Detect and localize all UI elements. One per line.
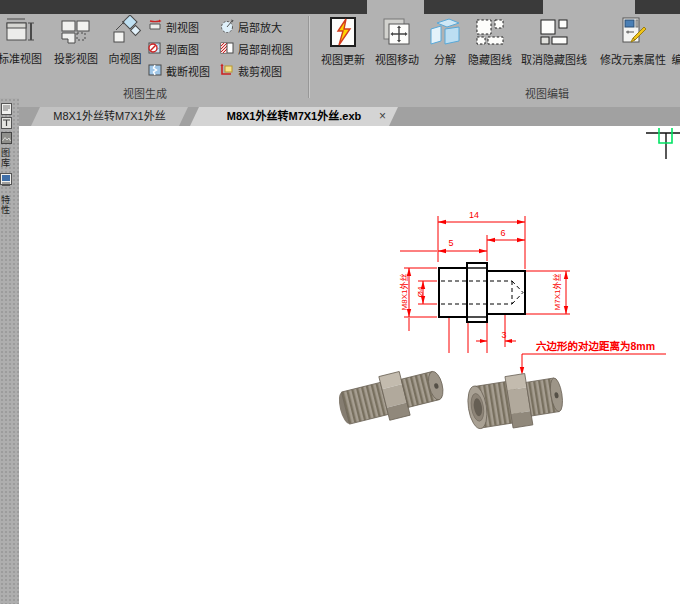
- dock-properties-icon[interactable]: [0, 173, 11, 192]
- model-left[interactable]: [335, 362, 448, 431]
- drawing-canvas[interactable]: [0, 0, 680, 604]
- front-view[interactable]: [439, 263, 525, 322]
- model-right[interactable]: [464, 368, 565, 434]
- dock-tab-library[interactable]: 图库: [0, 145, 12, 171]
- thread-right-label: M7X1外丝: [551, 274, 562, 311]
- diameter-label: Ø4: [416, 287, 425, 298]
- dim-total-length: 14: [462, 210, 486, 220]
- left-dock-strip: 图库 特性: [0, 98, 19, 604]
- dim-left-length: 5: [443, 238, 459, 248]
- sheet-frame-corner: [646, 128, 680, 159]
- dock-tab-properties[interactable]: 特性: [0, 191, 12, 219]
- hidden-thread-lines: [441, 281, 523, 304]
- hex-note: 六边形的对边距离为8mm: [536, 338, 655, 353]
- dim-right-length: 6: [495, 228, 511, 238]
- thread-left-label: M8X1外丝: [398, 274, 409, 311]
- app-window: 标准视图 投影视图: [0, 0, 680, 604]
- dim-groove: 3: [496, 330, 512, 340]
